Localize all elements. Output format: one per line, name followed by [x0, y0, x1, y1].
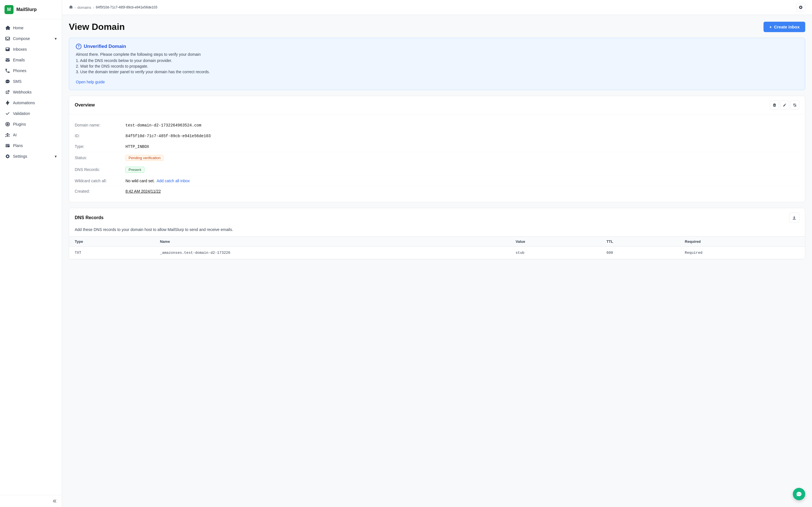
- overview-label-created: Created:: [75, 189, 125, 193]
- open-help-guide-link[interactable]: Open help guide: [76, 80, 105, 84]
- sidebar-item-label-sms: SMS: [13, 79, 21, 83]
- sidebar-item-label-validation: Validation: [13, 111, 30, 116]
- sidebar-item-phones[interactable]: Phones: [2, 66, 59, 76]
- refresh-button[interactable]: [790, 101, 799, 110]
- webhook-icon: [5, 90, 10, 95]
- sidebar-item-label-settings: Settings: [13, 154, 28, 159]
- overview-value-wildcard: No wild card set. Add catch all inbox: [125, 179, 190, 183]
- collapse-icon: [52, 499, 57, 504]
- sidebar-item-label-inboxes: Inboxes: [13, 47, 27, 52]
- overview-label-domain-name: Domain name:: [75, 123, 125, 127]
- download-icon: [792, 216, 797, 220]
- chat-bubble[interactable]: [793, 488, 805, 500]
- sidebar-nav: Home Compose ▾ Inboxes Emails Phones SMS: [0, 19, 62, 495]
- overview-row-status: Status: Pending verification: [75, 152, 799, 164]
- global-settings-button[interactable]: [796, 3, 805, 12]
- add-catch-all-link[interactable]: Add catch all inbox: [157, 179, 190, 183]
- overview-row-dns-records: DNS Records: Present: [75, 164, 799, 176]
- sidebar-item-emails[interactable]: Emails: [2, 55, 59, 65]
- overview-label-id: ID:: [75, 133, 125, 138]
- overview-card-actions: [770, 101, 799, 110]
- edit-button[interactable]: [780, 101, 789, 110]
- sidebar-item-home[interactable]: Home: [2, 23, 59, 33]
- overview-card-header: Overview: [69, 96, 805, 114]
- row-required: Required: [679, 247, 805, 259]
- sidebar-item-label-phones: Phones: [13, 68, 26, 73]
- logo-icon: M: [4, 5, 13, 14]
- phone-icon: [5, 68, 10, 73]
- sidebar-item-plans[interactable]: Plans: [2, 140, 59, 151]
- breadcrumb-home-icon[interactable]: [69, 5, 73, 10]
- sidebar-item-label-emails: Emails: [13, 58, 25, 62]
- topbar-right: [796, 3, 805, 12]
- breadcrumb-sep-1: ›: [74, 5, 75, 10]
- main-content: › domains › 84f5f10d-71c7-485f-89cb-e941…: [62, 0, 812, 507]
- home-icon: [5, 25, 10, 31]
- overview-row-type: Type: HTTP_INBOX: [75, 142, 799, 152]
- logo-text: MailSlurp: [16, 7, 37, 12]
- dns-records-card-title: DNS Records: [75, 215, 103, 220]
- row-name: _amazonses.test-domain-d2-173226: [154, 247, 510, 259]
- row-value: stub: [510, 247, 601, 259]
- alert-title: ? Unverified Domain: [76, 44, 798, 49]
- page-header: View Domain + Create inbox: [69, 22, 805, 32]
- sidebar-item-label-automations: Automations: [13, 101, 35, 105]
- wildcard-no-text: No wild card set.: [125, 179, 154, 183]
- alert-icon: ?: [76, 44, 82, 49]
- sidebar-item-webhooks[interactable]: Webhooks: [2, 87, 59, 97]
- dns-records-card-header: DNS Records: [69, 208, 805, 227]
- collapse-button[interactable]: [0, 495, 62, 507]
- col-value: Value: [510, 237, 601, 247]
- sidebar-item-ai[interactable]: AI: [2, 130, 59, 140]
- sidebar: M MailSlurp Home Compose ▾ Inboxes Email…: [0, 0, 62, 507]
- dns-records-table: Type Name Value TTL Required TXT _amazon…: [69, 236, 805, 259]
- plans-icon: [5, 143, 10, 148]
- status-badge: Pending verification: [125, 155, 163, 161]
- unverified-domain-alert: ? Unverified Domain Almost there. Please…: [69, 38, 805, 90]
- sidebar-item-label-webhooks: Webhooks: [13, 90, 32, 94]
- delete-button[interactable]: [770, 101, 779, 110]
- create-inbox-label: Create inbox: [774, 24, 800, 29]
- sidebar-item-label-plugins: Plugins: [13, 122, 26, 126]
- overview-card-title: Overview: [75, 103, 95, 108]
- overview-row-domain-name: Domain name: test-domain-d2-173226496352…: [75, 120, 799, 131]
- overview-value-id: 84f5f10d-71c7-485f-89cb-e941e56de103: [125, 134, 211, 138]
- sidebar-item-plugins[interactable]: Plugins: [2, 119, 59, 129]
- create-inbox-button[interactable]: + Create inbox: [763, 22, 805, 32]
- sidebar-item-compose[interactable]: Compose ▾: [2, 34, 59, 44]
- page-content: View Domain + Create inbox ? Unverified …: [62, 15, 812, 507]
- sidebar-item-settings[interactable]: Settings ▾: [2, 151, 59, 161]
- col-required: Required: [679, 237, 805, 247]
- overview-value-created: 8:42 AM 2024/11/22: [125, 189, 161, 193]
- row-ttl: 600: [601, 247, 679, 259]
- plus-icon: +: [769, 24, 772, 29]
- sidebar-item-automations[interactable]: Automations: [2, 98, 59, 108]
- alert-step-2: 2. Wait for the DNS records to propagate…: [76, 64, 798, 68]
- sidebar-item-label-compose: Compose: [13, 36, 30, 41]
- alert-step-3: 3. Use the domain tester panel to verify…: [76, 69, 798, 74]
- sidebar-item-label-ai: AI: [13, 133, 17, 137]
- alert-body: Almost there. Please complete the follow…: [76, 52, 798, 57]
- chevron-down-icon: ▾: [55, 36, 57, 41]
- col-ttl: TTL: [601, 237, 679, 247]
- settings-icon: [5, 154, 10, 159]
- overview-value-type: HTTP_INBOX: [125, 145, 149, 149]
- sidebar-item-sms[interactable]: SMS: [2, 76, 59, 87]
- col-name: Name: [154, 237, 510, 247]
- overview-row-created: Created: 8:42 AM 2024/11/22: [75, 186, 799, 196]
- dns-records-badge: Present: [125, 167, 144, 173]
- sidebar-logo: M MailSlurp: [0, 0, 62, 19]
- trash-icon: [772, 103, 776, 107]
- download-button[interactable]: [789, 213, 799, 223]
- ai-icon: [5, 132, 10, 137]
- breadcrumb-domain-id: 84f5f10d-71c7-485f-89cb-e941e56de103: [96, 5, 157, 9]
- row-type: TXT: [69, 247, 154, 259]
- breadcrumb-domains-link[interactable]: domains: [77, 5, 91, 10]
- sidebar-item-label-plans: Plans: [13, 144, 23, 148]
- plugins-icon: [5, 122, 10, 127]
- inbox-icon: [5, 47, 10, 52]
- sidebar-item-validation[interactable]: Validation: [2, 108, 59, 119]
- sidebar-item-inboxes[interactable]: Inboxes: [2, 44, 59, 54]
- gear-icon: [799, 5, 803, 10]
- chevron-down-icon-settings: ▾: [55, 154, 57, 159]
